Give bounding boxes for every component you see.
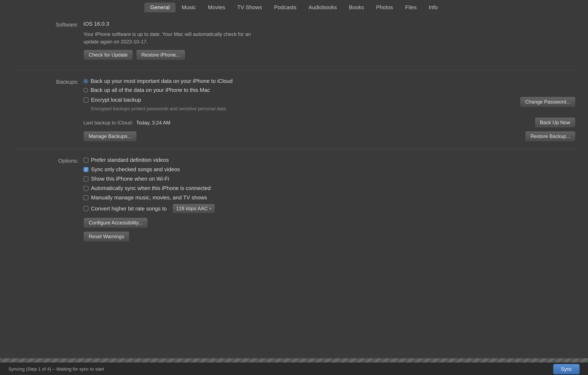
software-label: Software: (12, 21, 84, 28)
tab-tv-shows[interactable]: TV Shows (231, 2, 268, 12)
encrypt-checkbox-option[interactable]: Encrypt local backup (84, 97, 227, 103)
convert-checkbox[interactable] (84, 206, 88, 211)
check-for-update-button[interactable]: Check for Update (84, 50, 133, 60)
backups-label: Backups: (12, 78, 84, 85)
dropdown-arrow-icon: ▾ (210, 206, 211, 211)
options-section: Options: Prefer standard definition vide… (12, 157, 576, 244)
options-content: Prefer standard definition videos Sync o… (84, 157, 576, 244)
convert-bitrate-dropdown[interactable]: 128 kbps AAC ▾ (173, 204, 215, 213)
manually-manage-option[interactable]: Manually manage music, movies, and TV sh… (84, 194, 576, 201)
restore-backup-button[interactable]: Restore Backup... (525, 131, 576, 141)
backup-mac-option[interactable]: Back up all of the data on your iPhone t… (84, 87, 576, 93)
tab-audiobooks[interactable]: Audiobooks (303, 2, 343, 12)
last-backup-value-text: Today, 3:24 AM (136, 120, 170, 126)
convert-option[interactable]: Convert higher bit rate songs to 128 kbp… (84, 204, 576, 213)
last-backup-info: Last backup to iCloud: Today, 3:24 AM (84, 119, 170, 126)
show-wifi-label: Show this iPhone when on Wi-Fi (91, 176, 169, 182)
progress-stripe (0, 358, 588, 363)
encrypt-description: Encrypted backups protect passwords and … (91, 106, 227, 111)
show-wifi-option[interactable]: Show this iPhone when on Wi-Fi (84, 176, 576, 182)
ios-version: iOS 16.0.3 (84, 21, 576, 27)
manage-backups-button[interactable]: Manage Backups... (84, 131, 137, 141)
tab-movies[interactable]: Movies (202, 2, 231, 12)
content-area: Software: iOS 16.0.3 Your iPhone softwar… (0, 12, 588, 356)
configure-accessibility-button[interactable]: Configure Accessibility... (84, 218, 148, 228)
restore-iphone-button[interactable]: Restore iPhone... (136, 50, 185, 60)
software-description: Your iPhone software is up to date. Your… (84, 31, 576, 45)
auto-sync-checkbox[interactable] (84, 186, 88, 191)
options-label: Options: (12, 157, 84, 164)
backup-mac-label: Back up all of the data on your iPhone t… (91, 87, 210, 93)
tab-podcasts[interactable]: Podcasts (268, 2, 302, 12)
encrypt-checkbox[interactable] (84, 97, 88, 103)
backup-mac-radio[interactable] (84, 88, 88, 93)
bottom-bar: Syncing (Step 1 of 4) – Waiting for sync… (0, 358, 588, 375)
auto-sync-label: Automatically sync when this iPhone is c… (91, 185, 211, 192)
software-content: iOS 16.0.3 Your iPhone software is up to… (84, 21, 576, 63)
backup-icloud-label: Back up your most important data on your… (91, 78, 233, 84)
software-buttons: Check for Update Restore iPhone... (84, 50, 576, 60)
manually-manage-label: Manually manage music, movies, and TV sh… (91, 194, 207, 201)
divider-1 (12, 70, 576, 70)
tab-files[interactable]: Files (399, 2, 422, 12)
accessibility-button-row: Configure Accessibility... (84, 218, 576, 228)
tab-general[interactable]: General (144, 2, 176, 12)
tab-music[interactable]: Music (176, 2, 202, 12)
tab-info[interactable]: Info (423, 2, 443, 12)
backup-icloud-radio[interactable] (84, 79, 88, 84)
prefer-sd-label: Prefer standard definition videos (91, 157, 169, 163)
sync-button[interactable]: Sync (553, 364, 580, 374)
encrypt-label: Encrypt local backup (91, 97, 141, 103)
reset-warnings-button-row: Reset Warnings (84, 231, 576, 242)
show-wifi-checkbox[interactable] (84, 176, 88, 182)
convert-bitrate-value: 128 kbps AAC (176, 206, 208, 212)
tab-photos[interactable]: Photos (370, 2, 399, 12)
tab-books[interactable]: Books (343, 2, 370, 12)
manually-manage-checkbox[interactable] (84, 195, 88, 200)
change-password-button[interactable]: Change Password... (520, 97, 576, 107)
sync-status-text: Syncing (Step 1 of 4) – Waiting for sync… (8, 366, 104, 372)
backup-icloud-option[interactable]: Back up your most important data on your… (84, 78, 576, 84)
last-backup-label-text: Last backup to iCloud: (84, 120, 133, 126)
auto-sync-option[interactable]: Automatically sync when this iPhone is c… (84, 185, 576, 192)
backups-section: Backups: Back up your most important dat… (12, 78, 576, 141)
tab-bar: General Music Movies TV Shows Podcasts A… (0, 0, 588, 12)
back-up-now-button[interactable]: Back Up Now (535, 117, 576, 128)
sync-checked-checkbox[interactable] (84, 167, 88, 172)
software-section: Software: iOS 16.0.3 Your iPhone softwar… (12, 21, 576, 63)
convert-label: Convert higher bit rate songs to (91, 205, 167, 212)
sync-checked-option[interactable]: Sync only checked songs and videos (84, 166, 576, 173)
reset-warnings-button[interactable]: Reset Warnings (84, 231, 129, 242)
prefer-sd-checkbox[interactable] (84, 158, 88, 163)
sync-checked-label: Sync only checked songs and videos (91, 166, 180, 173)
backups-content: Back up your most important data on your… (84, 78, 576, 141)
prefer-sd-option[interactable]: Prefer standard definition videos (84, 157, 576, 163)
divider-2 (12, 149, 576, 149)
